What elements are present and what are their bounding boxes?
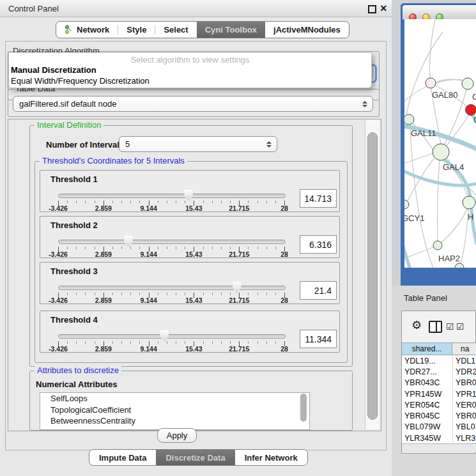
tick-mark [248,341,249,344]
threshold-value-field[interactable]: 11.344 [300,330,337,348]
attribute-list-item[interactable]: BetweennessCentrality [40,415,309,427]
threshold-value-field[interactable]: 21.4 [300,281,337,300]
threshold-slider-track[interactable] [58,334,286,339]
cell-shared-name: YPR145W [402,390,452,399]
tab-infer-network[interactable]: Infer Network [235,450,307,465]
tick-label: 21.715 [225,250,253,258]
threshold-slider-thumb[interactable] [184,190,193,201]
network-edge [411,125,433,268]
cell-name: YLR3 [452,434,476,443]
table-row[interactable]: YDL19...YDL1 [402,355,476,366]
table-row[interactable]: YBR045CYBR0 [402,410,476,421]
tab-select[interactable]: Select [155,22,196,38]
tab-impute-data[interactable]: Impute Data [89,450,156,465]
tick-mark [212,247,213,249]
checkbox-icon[interactable]: ☑ [456,321,464,332]
settings-scrollbar-thumb[interactable] [367,132,378,420]
tick-mark [67,341,68,344]
network-node[interactable] [433,241,442,250]
tick-mark [176,201,176,203]
tick-label: -3.426 [44,204,72,212]
table-hscrollbar[interactable] [402,443,476,452]
screen: Control Panel × Network Style Select Cyn… [0,0,476,476]
network-node[interactable] [463,196,475,209]
tick-mark [85,293,86,295]
table-panel-title: Table Panel [404,293,447,303]
network-node[interactable] [404,114,414,125]
threshold-value-field[interactable]: 6.316 [300,235,337,254]
tick-mark [275,247,276,249]
network-node[interactable] [404,200,409,209]
table-row[interactable]: YBL079WYBL0 [402,422,476,433]
dropdown-option-manual-discretization[interactable]: Manual Discretization [11,65,96,75]
numerical-attributes-list[interactable]: SelfLoopsTopologicalCoefficientBetweenne… [40,392,310,430]
tab-jactivemnodules[interactable]: jActiveMNodules [265,22,349,38]
threshold-slider-thumb[interactable] [160,330,169,342]
apply-button[interactable]: Apply [157,428,197,443]
attributes-list-scrollbar-thumb[interactable] [300,394,307,422]
gear-icon[interactable]: ⚙ [411,318,422,332]
tick-mark [266,247,267,249]
tick-mark [130,293,131,295]
tick-label: 21.715 [225,345,253,353]
network-node-label: GAL11 [411,128,436,138]
threshold-slider-track[interactable] [58,194,286,198]
float-window-icon[interactable] [368,5,376,13]
tick-label: 15.43 [180,250,208,258]
table-row[interactable]: YLR345WYLR3 [402,433,476,443]
attribute-list-item[interactable]: TopologicalCoefficient [40,404,309,416]
tick-label: 28 [270,296,298,304]
tick-label: 15.43 [180,296,208,304]
column-header-name[interactable]: na [452,342,476,355]
tick-label: -3.426 [44,250,72,258]
tick-mark [121,341,122,344]
tab-network[interactable]: Network [56,22,118,38]
network-edge [441,209,467,242]
table-row[interactable]: YER054CYER0 [402,399,476,410]
close-icon[interactable]: × [380,1,387,16]
table-row[interactable]: YPR145WYPR1 [402,388,476,399]
table-row[interactable]: YDR27...YDR2 [402,366,476,377]
tick-mark [212,341,213,344]
network-node[interactable] [426,78,436,88]
cell-name: YBL0 [452,422,476,431]
attribute-list-item[interactable]: SelfLoops [40,393,309,404]
column-divider [452,355,453,443]
num-intervals-combobox[interactable]: 5 [119,136,277,152]
network-node-label: H [468,212,473,222]
threshold-slider-track[interactable] [58,240,286,244]
network-node[interactable] [462,78,473,89]
tab-discretize-data[interactable]: Discretize Data [156,450,234,465]
tick-mark [112,293,113,295]
tick-mark [76,293,77,295]
tab-style[interactable]: Style [118,22,155,38]
tick-mark [203,247,204,249]
table-data-combobox[interactable]: galFiltered.sif default node [13,96,373,112]
column-header-shared-name[interactable]: shared... [402,342,452,355]
tick-mark [266,293,267,295]
threshold-slider-thumb[interactable] [233,282,242,293]
network-node-label: GCY1 [404,213,424,223]
num-intervals-label: Number of Intervals [46,140,124,150]
checkbox-icon[interactable]: ☑ [446,321,454,332]
threshold-slider-track[interactable] [58,286,286,290]
dropdown-option-equal-width-frequency[interactable]: Equal Width/Frequency Discretization [11,76,150,86]
cell-shared-name: YBL079W [402,422,452,431]
threshold-slider-thumb[interactable] [124,236,133,247]
network-node[interactable] [455,263,464,268]
tab-cyni-toolbox[interactable]: Cyni Toolbox [197,22,265,38]
tick-mark [76,341,77,344]
control-panel-title: Control Panel [8,4,59,13]
tick-mark [221,341,222,344]
threshold-row: Threshold 2-3.4262.8599.14415.4321.71528… [40,216,340,258]
tick-mark [158,201,158,203]
network-node[interactable] [433,144,449,160]
table-row[interactable]: YBR043CYBR0 [402,378,476,388]
tick-mark [139,341,140,344]
threshold-value-field[interactable]: 14.713 [300,189,337,208]
network-canvas[interactable]: GAL80GACGAL11GAL4GCY1HHAP2 [404,19,476,268]
tick-mark [176,341,176,344]
network-node[interactable] [466,105,476,116]
columns-icon[interactable] [429,321,442,333]
cell-name: YER0 [452,401,476,410]
